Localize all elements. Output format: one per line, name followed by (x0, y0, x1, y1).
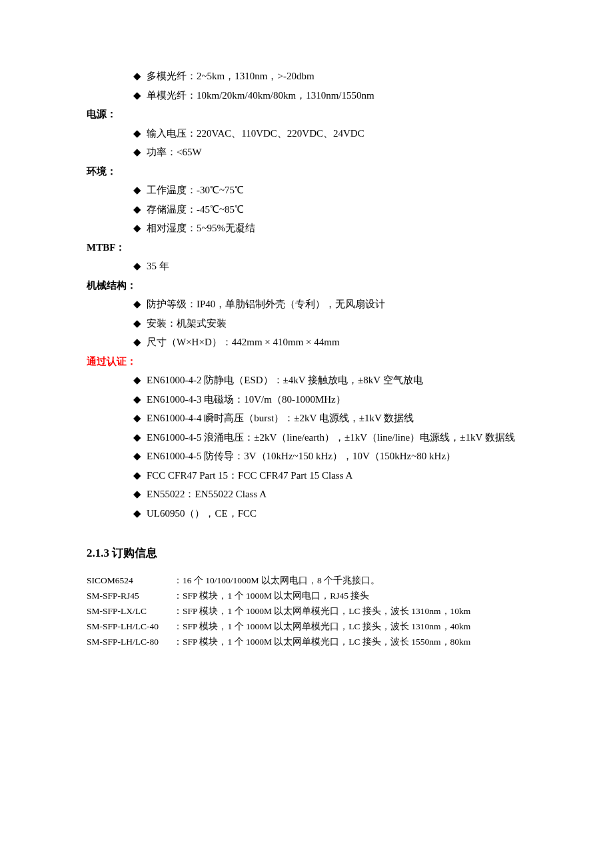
list-item-text: 工作温度：-30℃~75℃ (147, 185, 244, 195)
ordering-heading: 2.1.3 订购信息 (87, 543, 526, 564)
list-item-text: EN55022：EN55022 Class A (147, 489, 267, 499)
ordering-desc: SFP 模块，1 个 1000M 以太网电口，RJ45 接头 (183, 589, 526, 604)
list-item-text: 单模光纤：10km/20km/40km/80km，1310nm/1550nm (147, 90, 374, 101)
list-item-text: EN61000-4-4 瞬时高压（burst）：±2kV 电源线，±1kV 数据… (147, 413, 414, 423)
diamond-icon: ◆ (133, 200, 141, 219)
list-item-text: EN61000-4-2 防静电（ESD）：±4kV 接触放电，±8kV 空气放电 (147, 375, 423, 385)
ordering-list: SICOM6524：16 个 10/100/1000M 以太网电口，8 个千兆接… (87, 573, 526, 650)
bullet-list-s3: ◆35 年 (87, 257, 526, 276)
list-item: ◆单模光纤：10km/20km/40km/80km，1310nm/1550nm (87, 86, 526, 105)
list-item: ◆防护等级：IP40，单肋铝制外壳（专利），无风扇设计 (87, 295, 526, 314)
list-item-text: EN61000-4-3 电磁场：10V/m（80-1000MHz） (147, 394, 346, 405)
diamond-icon: ◆ (133, 86, 141, 105)
ordering-code: SICOM6524 (87, 573, 173, 589)
diamond-icon: ◆ (133, 333, 141, 352)
list-item: ◆EN61000-4-4 瞬时高压（burst）：±2kV 电源线，±1kV 数… (87, 409, 526, 428)
list-item: ◆存储温度：-45℃~85℃ (87, 200, 526, 219)
ordering-sep: ： (173, 619, 183, 635)
ordering-row: SM-SFP-RJ45：SFP 模块，1 个 1000M 以太网电口，RJ45 … (87, 589, 526, 604)
list-item: ◆相对湿度：5~95%无凝结 (87, 219, 526, 238)
ordering-sep: ： (173, 604, 183, 619)
diamond-icon: ◆ (133, 67, 141, 86)
list-item-text: EN61000-4-5 浪涌电压：±2kV（line/earth），±1kV（l… (147, 432, 515, 443)
list-item: ◆EN61000-4-3 电磁场：10V/m（80-1000MHz） (87, 390, 526, 409)
spec-sections: ◆多模光纤：2~5km，1310nm，>-20dbm◆单模光纤：10km/20k… (87, 67, 526, 523)
list-item-text: 防护等级：IP40，单肋铝制外壳（专利），无风扇设计 (147, 299, 385, 309)
diamond-icon: ◆ (133, 219, 141, 238)
list-item-text: EN61000-4-5 防传导：3V（10kHz~150 kHz），10V（15… (147, 451, 456, 461)
list-item: ◆尺寸（W×H×D）：442mm × 410mm × 44mm (87, 333, 526, 352)
list-item-text: 相对湿度：5~95%无凝结 (147, 223, 255, 233)
diamond-icon: ◆ (133, 466, 141, 485)
ordering-sep: ： (173, 573, 183, 589)
list-item: ◆35 年 (87, 257, 526, 276)
ordering-code: SM-SFP-LH/LC-40 (87, 619, 173, 635)
bullet-list-s2: ◆工作温度：-30℃~75℃◆存储温度：-45℃~85℃◆相对湿度：5~95%无… (87, 181, 526, 238)
section-title-s2: 环境： (87, 162, 526, 181)
diamond-icon: ◆ (133, 314, 141, 333)
section-title-s1: 电源： (87, 105, 526, 124)
list-item: ◆EN61000-4-5 防传导：3V（10kHz~150 kHz），10V（1… (87, 447, 526, 466)
ordering-sep: ： (173, 635, 183, 650)
ordering-code: SM-SFP-LH/LC-80 (87, 635, 173, 650)
ordering-desc: SFP 模块，1 个 1000M 以太网单模光口，LC 接头，波长 1550nm… (183, 635, 526, 650)
ordering-code: SM-SFP-RJ45 (87, 589, 173, 604)
list-item: ◆安装：机架式安装 (87, 314, 526, 333)
section-title-s4: 机械结构： (87, 276, 526, 295)
section-title-s3: MTBF： (87, 238, 526, 257)
ordering-row: SICOM6524：16 个 10/100/1000M 以太网电口，8 个千兆接… (87, 573, 526, 589)
diamond-icon: ◆ (133, 295, 141, 314)
list-item-text: 多模光纤：2~5km，1310nm，>-20dbm (147, 71, 314, 81)
list-item-text: 尺寸（W×H×D）：442mm × 410mm × 44mm (147, 337, 340, 347)
diamond-icon: ◆ (133, 409, 141, 428)
diamond-icon: ◆ (133, 447, 141, 466)
ordering-row: SM-SFP-LX/LC：SFP 模块，1 个 1000M 以太网单模光口，LC… (87, 604, 526, 619)
list-item: ◆工作温度：-30℃~75℃ (87, 181, 526, 200)
list-item: ◆EN55022：EN55022 Class A (87, 485, 526, 504)
list-item: ◆FCC CFR47 Part 15：FCC CFR47 Part 15 Cla… (87, 466, 526, 485)
ordering-desc: SFP 模块，1 个 1000M 以太网单模光口，LC 接头，波长 1310nm… (183, 619, 526, 635)
list-item-text: 输入电压：220VAC、110VDC、220VDC、24VDC (147, 128, 364, 139)
list-item: ◆EN61000-4-5 浪涌电压：±2kV（line/earth），±1kV（… (87, 428, 526, 447)
diamond-icon: ◆ (133, 390, 141, 409)
ordering-desc: 16 个 10/100/1000M 以太网电口，8 个千兆接口。 (183, 573, 526, 589)
list-item-text: 存储温度：-45℃~85℃ (147, 204, 244, 215)
bullet-list-s5: ◆EN61000-4-2 防静电（ESD）：±4kV 接触放电，±8kV 空气放… (87, 371, 526, 523)
diamond-icon: ◆ (133, 181, 141, 200)
list-item-text: 安装：机架式安装 (147, 318, 227, 329)
bullet-list-s1: ◆输入电压：220VAC、110VDC、220VDC、24VDC◆功率：<65W (87, 124, 526, 162)
diamond-icon: ◆ (133, 485, 141, 504)
diamond-icon: ◆ (133, 428, 141, 447)
ordering-row: SM-SFP-LH/LC-40：SFP 模块，1 个 1000M 以太网单模光口… (87, 619, 526, 635)
section-title-s5: 通过认证： (87, 352, 526, 371)
diamond-icon: ◆ (133, 124, 141, 143)
list-item: ◆输入电压：220VAC、110VDC、220VDC、24VDC (87, 124, 526, 143)
list-item: ◆UL60950（），CE，FCC (87, 504, 526, 523)
ordering-desc: SFP 模块，1 个 1000M 以太网单模光口，LC 接头，波长 1310nm… (183, 604, 526, 619)
diamond-icon: ◆ (133, 371, 141, 390)
ordering-row: SM-SFP-LH/LC-80：SFP 模块，1 个 1000M 以太网单模光口… (87, 635, 526, 650)
diamond-icon: ◆ (133, 143, 141, 162)
diamond-icon: ◆ (133, 257, 141, 276)
list-item: ◆功率：<65W (87, 143, 526, 162)
bullet-list-s0: ◆多模光纤：2~5km，1310nm，>-20dbm◆单模光纤：10km/20k… (87, 67, 526, 105)
list-item-text: 35 年 (147, 261, 169, 271)
bullet-list-s4: ◆防护等级：IP40，单肋铝制外壳（专利），无风扇设计◆安装：机架式安装◆尺寸（… (87, 295, 526, 352)
ordering-sep: ： (173, 589, 183, 604)
list-item: ◆EN61000-4-2 防静电（ESD）：±4kV 接触放电，±8kV 空气放… (87, 371, 526, 390)
list-item-text: UL60950（），CE，FCC (147, 508, 257, 519)
diamond-icon: ◆ (133, 504, 141, 523)
list-item-text: 功率：<65W (147, 147, 202, 157)
list-item: ◆多模光纤：2~5km，1310nm，>-20dbm (87, 67, 526, 86)
list-item-text: FCC CFR47 Part 15：FCC CFR47 Part 15 Clas… (147, 470, 352, 481)
ordering-code: SM-SFP-LX/LC (87, 604, 173, 619)
